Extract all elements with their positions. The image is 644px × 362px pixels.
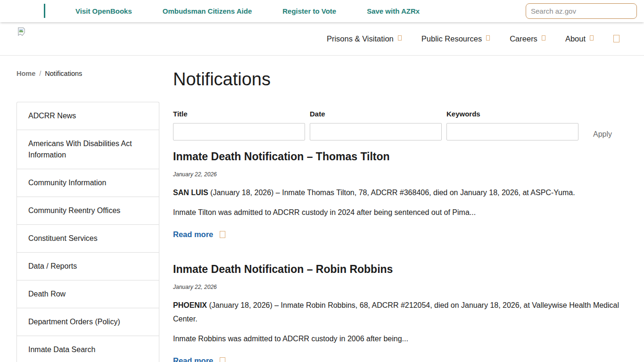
sidebar-item-constituent-services[interactable]: Constituent Services — [17, 225, 159, 253]
read-more-label: Read more — [173, 230, 213, 239]
article-body: Inmate Robbins was admitted to ADCRR cus… — [173, 332, 627, 346]
nav-careers[interactable]: Careers — [510, 34, 545, 43]
article-date: January 22, 2026 — [173, 284, 627, 290]
utility-search — [526, 3, 637, 19]
sidebar-item-community-information[interactable]: Community Information — [17, 169, 159, 197]
article-lead-text: (January 18, 2026) – Inmate Robin Robbin… — [173, 301, 619, 323]
nav-label: Public Resources — [421, 34, 482, 43]
article-lead-text: (January 18, 2026) – Inmate Thomas Tilto… — [208, 189, 575, 197]
sidebar-item-data-reports[interactable]: Data / Reports — [17, 253, 159, 280]
nav-label: About — [565, 34, 586, 43]
filter-title: Title — [173, 110, 305, 140]
filter-date-input[interactable] — [310, 123, 442, 140]
article-dateline: PHOENIX — [173, 301, 207, 309]
read-more-link[interactable]: Read more — [173, 356, 225, 362]
article-lead: SAN LUIS (January 18, 2026) – Inmate Tho… — [173, 186, 627, 199]
breadcrumb: Home / Notifications — [17, 70, 159, 77]
read-more-label: Read more — [173, 356, 213, 362]
main-nav: Prisons & Visitation Public Resources Ca… — [327, 22, 619, 55]
sidebar-item-death-row[interactable]: Death Row — [17, 280, 159, 308]
nav-about[interactable]: About — [565, 34, 594, 43]
nav-label: Prisons & Visitation — [327, 34, 394, 43]
breadcrumb-separator: / — [39, 70, 41, 77]
article-dateline: SAN LUIS — [173, 189, 208, 197]
notification-article: Inmate Death Notification – Robin Robbin… — [173, 263, 627, 362]
filter-keywords: Keywords — [446, 110, 578, 140]
nav-prisons-visitation[interactable]: Prisons & Visitation — [327, 34, 402, 43]
utility-link-register-to-vote[interactable]: Register to Vote — [282, 7, 336, 15]
article-title[interactable]: Inmate Death Notification – Robin Robbin… — [173, 263, 627, 276]
nav-label: Careers — [510, 34, 537, 43]
chevron-down-icon — [590, 35, 594, 41]
notification-article: Inmate Death Notification – Thomas Tilto… — [173, 150, 627, 239]
sidebar-menu: ADCRR News Americans With Disabilities A… — [17, 102, 159, 362]
sidebar-item-department-orders[interactable]: Department Orders (Policy) — [17, 308, 159, 336]
chevron-down-icon — [398, 35, 402, 41]
filter-keywords-input[interactable] — [446, 123, 578, 140]
search-icon[interactable] — [613, 35, 619, 42]
broken-image-icon[interactable] — [17, 27, 26, 36]
notification-filters: Title Date Keywords Apply — [173, 110, 627, 141]
arrow-right-icon — [220, 231, 225, 238]
page-title: Notifications — [173, 69, 627, 90]
filter-date-label: Date — [310, 110, 442, 118]
site-header: Prisons & Visitation Public Resources Ca… — [0, 22, 644, 56]
main-column: Notifications Title Date Keywords Apply … — [173, 70, 627, 362]
left-column: Home / Notifications ADCRR News American… — [17, 70, 159, 362]
article-lead: PHOENIX (January 18, 2026) – Inmate Robi… — [173, 298, 627, 326]
sidebar-item-community-reentry-offices[interactable]: Community Reentry Offices — [17, 197, 159, 225]
sidebar-item-adcrr-news[interactable]: ADCRR News — [17, 102, 159, 130]
filter-keywords-label: Keywords — [446, 110, 578, 118]
utility-link-openbooks[interactable]: Visit OpenBooks — [75, 7, 132, 15]
sidebar-item-inmate-data-search[interactable]: Inmate Data Search — [17, 336, 159, 362]
arrow-right-icon — [220, 357, 225, 362]
breadcrumb-home-link[interactable]: Home — [17, 70, 35, 77]
chevron-down-icon — [542, 35, 545, 41]
breadcrumb-current: Notifications — [45, 70, 82, 77]
sidebar-item-ada-information[interactable]: Americans With Disabilities Act Informat… — [17, 130, 159, 169]
broken-image-glyph — [17, 27, 26, 36]
azgov-search-input[interactable] — [526, 3, 637, 19]
utility-accent-bar — [44, 4, 45, 18]
article-title[interactable]: Inmate Death Notification – Thomas Tilto… — [173, 150, 627, 163]
content-area: Home / Notifications ADCRR News American… — [0, 56, 644, 362]
filter-title-label: Title — [173, 110, 305, 118]
nav-public-resources[interactable]: Public Resources — [421, 34, 490, 43]
utility-links: Visit OpenBooks Ombudsman Citizens Aide … — [75, 7, 420, 15]
chevron-down-icon — [486, 35, 490, 41]
article-body: Inmate Tilton was admitted to ADCRR cust… — [173, 206, 627, 219]
filter-title-input[interactable] — [173, 123, 305, 140]
read-more-link[interactable]: Read more — [173, 230, 225, 239]
article-date: January 22, 2026 — [173, 171, 627, 178]
utility-bar: Visit OpenBooks Ombudsman Citizens Aide … — [0, 0, 644, 22]
filter-date: Date — [310, 110, 442, 140]
apply-button[interactable]: Apply — [589, 127, 616, 141]
utility-link-ombudsman[interactable]: Ombudsman Citizens Aide — [163, 7, 252, 15]
utility-link-azrx[interactable]: Save with AZRx — [367, 7, 420, 15]
